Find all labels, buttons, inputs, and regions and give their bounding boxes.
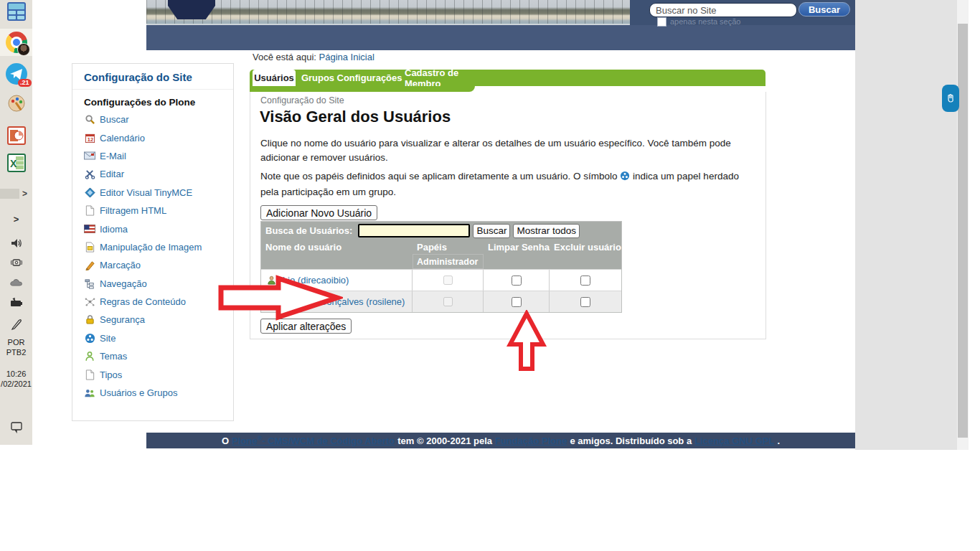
screen: .21 X (0, 0, 980, 551)
breadcrumb: Você está aqui: Página Inicial (253, 52, 374, 62)
tab-cadastro-membro[interactable]: Cadastro de Membro (405, 70, 494, 86)
camera-icon (10, 256, 23, 269)
tab-configuracoes[interactable]: Configurações (337, 70, 402, 86)
user-link[interactable]: ibio (direcaoibio) (281, 275, 349, 286)
user-icon (267, 297, 276, 306)
delete-user-checkbox[interactable] (580, 276, 590, 286)
config-tab-bar: Usuários Grupos Configurações Cadastro d… (250, 70, 765, 86)
cloud-icon (9, 277, 24, 288)
tray-volume[interactable] (0, 235, 32, 251)
sidebar-item-label: Idioma (100, 224, 128, 235)
settings-list: Buscar 12Calendário E-Mail Editar Editor… (72, 109, 233, 402)
sidebar-item-site[interactable]: Site (84, 332, 116, 344)
section-only-label: apenas nesta seção (670, 17, 740, 26)
up-to-site-setup-link[interactable]: Configuração do Site (260, 95, 344, 105)
tray-pen[interactable] (0, 316, 32, 332)
sidebar-item-calendario[interactable]: 12Calendário (84, 132, 145, 143)
app-icon-tiles[interactable] (0, 1, 32, 22)
sidebar-item-idioma[interactable]: Idioma (84, 223, 128, 235)
sidebar-item-seguranca[interactable]: Segurança (84, 314, 145, 326)
sidebar-item-editar[interactable]: Editar (84, 169, 124, 180)
users-table-header: Busca de Usuários: Buscar Mostrar todos … (261, 222, 621, 269)
overflow-bar (0, 189, 19, 199)
user-search-input[interactable] (358, 224, 470, 237)
battery-icon (9, 298, 24, 308)
breadcrumb-home-link[interactable]: Página Inicial (319, 52, 374, 62)
tab-bar-substrip (250, 86, 475, 92)
sidebar-item-label: Manipulação de Imagem (100, 242, 202, 253)
role-administrator: Administrador (413, 254, 484, 269)
delete-user-checkbox[interactable] (580, 297, 590, 307)
keyboard-language[interactable]: POR PTB2 (0, 337, 32, 357)
sidebar-item-buscar[interactable]: Buscar (84, 114, 128, 126)
tab-usuarios[interactable]: Usuários (253, 70, 296, 86)
plone-foundation-link[interactable]: Fundação Plone (495, 435, 567, 446)
site-setup-portlet: Configuração do Site Configurações do Pl… (72, 63, 234, 421)
sidebar-item-email[interactable]: E-Mail (84, 150, 126, 161)
note-paragraph: Note que os papéis definidos aqui se apl… (260, 169, 754, 199)
language-line2: PTB2 (0, 347, 32, 357)
vertical-scrollbar[interactable] (957, 0, 969, 450)
site-logo (168, 0, 215, 19)
sidebar-item-temas[interactable]: Temas (84, 351, 127, 362)
taskbar-item-excel[interactable]: X (0, 153, 32, 173)
sidebar-item-filtragem[interactable]: Filtragem HTML (84, 205, 166, 217)
tray-expand-button[interactable]: > (0, 212, 32, 225)
role-subheader-row: Administrador (261, 254, 621, 269)
language-line1: POR (0, 337, 32, 347)
telegram-icon: .21 (6, 63, 27, 85)
site-search-button[interactable]: Buscar (798, 2, 850, 17)
notification-icon (10, 420, 23, 433)
sidebar-item-label: Regras de Conteúdo (100, 296, 186, 307)
sidebar-item-usuarios-grupos[interactable]: Usuários e Grupos (84, 387, 177, 399)
theme-icon (84, 351, 95, 362)
tab-grupos[interactable]: Grupos (300, 70, 336, 86)
telegram-badge: .21 (18, 79, 32, 87)
section-only-checkbox[interactable] (657, 17, 666, 27)
browser-viewport: Buscar apenas nesta seção Você está aqui… (32, 0, 957, 450)
gnu-gpl-license-link[interactable]: Licença GNU GPL (694, 435, 774, 446)
add-new-user-button[interactable]: Adicionar Novo Usuário (260, 205, 377, 220)
extension-side-button[interactable] (942, 85, 959, 112)
scrollbar-thumb[interactable] (958, 24, 968, 438)
footer-suffix: . (777, 435, 780, 446)
taskbar-item-telegram[interactable]: .21 (0, 62, 32, 86)
powerpoint-icon (7, 126, 26, 145)
paint-icon (6, 93, 27, 113)
tray-onedrive[interactable] (0, 275, 32, 291)
chevron-right-icon: > (14, 214, 19, 225)
sidebar-item-tinymce[interactable]: Editor Visual TinyMCE (84, 187, 192, 198)
taskbar-item-paint[interactable] (0, 92, 32, 113)
clear-password-checkbox[interactable] (512, 297, 522, 307)
taskbar-item-powerpoint[interactable] (0, 126, 32, 146)
tinymce-icon (84, 187, 95, 198)
plone-symbol-icon (620, 171, 630, 185)
site-search-input[interactable] (649, 3, 797, 17)
intro-paragraph: Clique no nome do usuário para visualiza… (260, 136, 754, 164)
footer-prefix: O (222, 435, 229, 446)
table-row: Rosilene Gonçalves (rosilene) (261, 291, 621, 312)
user-search-label: Busca de Usuários: (265, 225, 352, 236)
excel-icon: X (7, 154, 26, 172)
pencil-icon (84, 260, 95, 271)
show-all-button[interactable]: Mostrar todos (513, 224, 580, 238)
plone-link[interactable]: Plone®- CMS/WCM de Código Aberto (232, 435, 395, 446)
global-nav-bar (146, 25, 855, 50)
taskbar-item-chrome[interactable] (0, 29, 32, 56)
tray-battery[interactable] (0, 295, 32, 311)
clear-password-checkbox[interactable] (512, 276, 522, 286)
user-search-button[interactable]: Buscar (473, 224, 510, 238)
sidebar-item-marcacao[interactable]: Marcação (84, 260, 141, 271)
sidebar-item-tipos[interactable]: Tipos (84, 369, 122, 380)
tray-screen-cast[interactable] (0, 255, 32, 270)
apply-changes-button[interactable]: Aplicar alterações (260, 319, 352, 334)
sidebar-item-regras[interactable]: Regras de Conteúdo (84, 296, 186, 308)
sidebar-item-imagem[interactable]: Manipulação de Imagem (84, 241, 202, 253)
note-before: Note que os papéis definidos aqui se apl… (260, 171, 618, 182)
col-roles: Papéis (413, 242, 484, 253)
sidebar-item-navegacao[interactable]: Navegação (84, 278, 147, 289)
clock[interactable]: 10:26 /02/2021 (0, 369, 32, 389)
taskbar-overflow-strip[interactable]: > (0, 188, 32, 199)
user-link[interactable]: Rosilene Gonçalves (rosilene) (281, 296, 405, 307)
tray-action-center[interactable] (0, 418, 32, 435)
